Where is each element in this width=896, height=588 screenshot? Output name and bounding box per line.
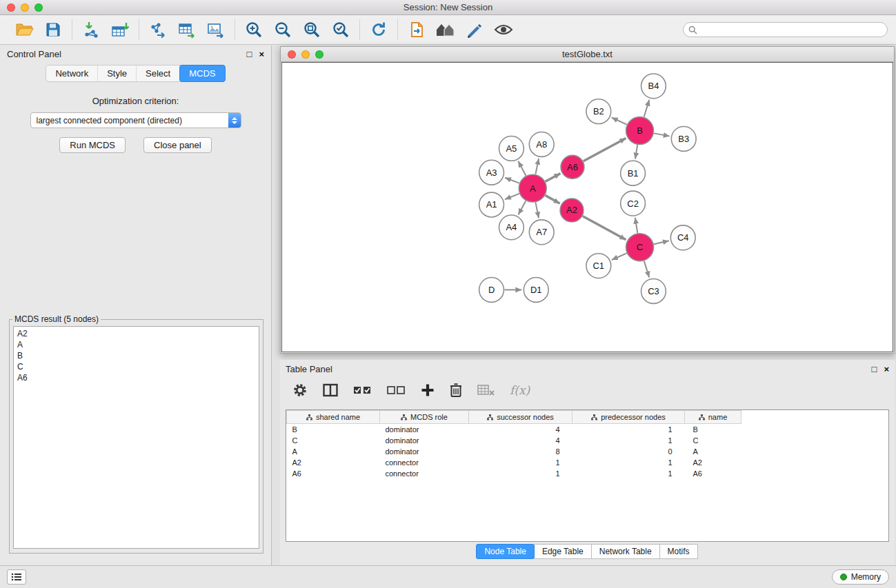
- table-cell[interactable]: B: [685, 424, 741, 435]
- network-window-titlebar[interactable]: testGlobe.txt: [281, 47, 894, 62]
- graph-edge-B-B3[interactable]: [654, 133, 670, 136]
- mcds-result-item[interactable]: A: [17, 339, 255, 350]
- mcds-result-list[interactable]: A2ABCA6: [13, 326, 259, 549]
- column-header[interactable]: MCDS role: [380, 411, 469, 424]
- graph-edge-A-A3[interactable]: [505, 178, 519, 183]
- graph-edge-C-C1[interactable]: [612, 253, 627, 260]
- tab-edge-table[interactable]: Edge Table: [534, 544, 592, 559]
- import-table-button[interactable]: [108, 19, 132, 41]
- network-canvas[interactable]: B4B2BB3A5A8A6A3B1AC2A1A2A4A7C4CC1DD1C3: [281, 62, 893, 352]
- table-cell[interactable]: dominator: [380, 424, 469, 435]
- mcds-result-item[interactable]: A6: [17, 372, 255, 383]
- graph-edge-A2-C[interactable]: [583, 216, 626, 240]
- table-cell[interactable]: A6: [287, 468, 380, 479]
- table-cell[interactable]: connector: [380, 457, 469, 468]
- table-cell[interactable]: C: [287, 435, 380, 446]
- close-panel-icon[interactable]: ×: [259, 50, 264, 59]
- select-all-button[interactable]: [353, 384, 372, 396]
- export-image-button[interactable]: [204, 19, 228, 41]
- table-cell[interactable]: 1: [469, 457, 573, 468]
- annotation-button[interactable]: [463, 19, 486, 41]
- tab-network[interactable]: Network: [46, 65, 98, 81]
- table-row[interactable]: Adominator80A: [287, 446, 889, 457]
- zoom-selected-button[interactable]: [329, 19, 352, 41]
- table-cell[interactable]: A2: [685, 457, 741, 468]
- graph-node-A5[interactable]: A5: [499, 136, 524, 161]
- column-header[interactable]: predecessor nodes: [573, 411, 685, 424]
- memory-button[interactable]: Memory: [832, 569, 889, 585]
- table-row[interactable]: A2connector11A2: [287, 457, 889, 468]
- graph-node-D1[interactable]: D1: [524, 278, 548, 303]
- float-table-panel-icon[interactable]: □: [872, 365, 877, 374]
- graph-edge-A6-B[interactable]: [584, 138, 626, 161]
- close-window-button[interactable]: [7, 3, 15, 12]
- graph-node-C4[interactable]: C4: [670, 225, 695, 250]
- table-cell[interactable]: 1: [469, 468, 573, 479]
- graph-edge-B-B4[interactable]: [644, 100, 650, 117]
- graph-node-A2[interactable]: A2: [560, 199, 584, 222]
- refresh-button[interactable]: [367, 19, 390, 41]
- zoom-out-button[interactable]: [271, 19, 295, 41]
- column-header[interactable]: name: [685, 411, 741, 424]
- tab-style[interactable]: Style: [98, 65, 137, 81]
- graph-edge-A-A2[interactable]: [545, 195, 559, 203]
- export-table-button[interactable]: [175, 19, 199, 41]
- mcds-result-item[interactable]: C: [17, 361, 255, 372]
- tab-mcds[interactable]: MCDS: [179, 65, 225, 82]
- graph-edge-A-A7[interactable]: [535, 203, 539, 219]
- table-row[interactable]: Bdominator41B: [287, 424, 889, 435]
- table-row[interactable]: Cdominator41C: [287, 435, 889, 446]
- table-settings-button[interactable]: [292, 383, 308, 398]
- graph-node-B3[interactable]: B3: [671, 127, 696, 152]
- graph-node-D[interactable]: D: [479, 278, 504, 303]
- graph-edge-B-B2[interactable]: [612, 118, 627, 125]
- graph-node-A1[interactable]: A1: [479, 192, 504, 217]
- run-mcds-button[interactable]: Run MCDS: [59, 137, 126, 153]
- function-builder-button[interactable]: f(x): [510, 383, 530, 397]
- table-cell[interactable]: connector: [380, 468, 469, 479]
- task-history-button[interactable]: [7, 569, 26, 585]
- node-table[interactable]: shared nameMCDS rolesuccessor nodesprede…: [286, 409, 889, 542]
- criterion-dropdown[interactable]: largest connected component (directed): [30, 112, 241, 128]
- graph-edge-B-B1[interactable]: [635, 145, 637, 159]
- table-cell[interactable]: 1: [573, 457, 685, 468]
- tab-select[interactable]: Select: [137, 65, 180, 81]
- graph-edge-A-A5[interactable]: [518, 161, 526, 176]
- graph-node-A4[interactable]: A4: [499, 215, 524, 240]
- mcds-result-item[interactable]: B: [17, 350, 255, 361]
- delete-table-button[interactable]: [477, 384, 495, 396]
- deselect-all-button[interactable]: [387, 384, 406, 396]
- show-details-button[interactable]: [492, 19, 515, 41]
- table-cell[interactable]: dominator: [380, 435, 469, 446]
- table-cell[interactable]: A2: [287, 457, 380, 468]
- graph-node-A3[interactable]: A3: [479, 160, 504, 185]
- network-close-button[interactable]: [288, 50, 296, 59]
- import-network-button[interactable]: [79, 19, 103, 41]
- graph-node-B4[interactable]: B4: [641, 74, 666, 99]
- table-cell[interactable]: A6: [685, 468, 741, 479]
- network-minimize-button[interactable]: [301, 50, 310, 59]
- table-row[interactable]: A6connector11A6: [287, 468, 889, 479]
- float-panel-icon[interactable]: □: [247, 50, 252, 59]
- zoom-in-button[interactable]: [242, 19, 266, 41]
- graph-node-C[interactable]: C: [626, 234, 654, 261]
- graph-edge-A-A6[interactable]: [546, 174, 561, 182]
- table-cell[interactable]: A: [685, 446, 741, 457]
- graph-node-A8[interactable]: A8: [529, 132, 554, 157]
- open-file-button[interactable]: [12, 19, 36, 41]
- graph-node-C2[interactable]: C2: [621, 191, 646, 216]
- tab-motifs[interactable]: Motifs: [659, 544, 698, 559]
- mcds-result-item[interactable]: A2: [17, 328, 255, 339]
- dropdown-stepper-icon[interactable]: [228, 113, 241, 128]
- export-network-button[interactable]: [146, 19, 170, 41]
- graph-node-A6[interactable]: A6: [561, 155, 584, 179]
- column-header[interactable]: successor nodes: [469, 411, 573, 424]
- add-column-button[interactable]: [421, 383, 435, 397]
- graph-edge-C-C2[interactable]: [635, 218, 637, 233]
- table-cell[interactable]: 1: [573, 435, 685, 446]
- graph-node-B[interactable]: B: [626, 117, 654, 145]
- save-session-button[interactable]: [41, 19, 65, 41]
- table-cell[interactable]: B: [287, 424, 380, 435]
- graph-edge-A-A4[interactable]: [518, 201, 526, 214]
- graph-edge-C-C3[interactable]: [644, 261, 649, 278]
